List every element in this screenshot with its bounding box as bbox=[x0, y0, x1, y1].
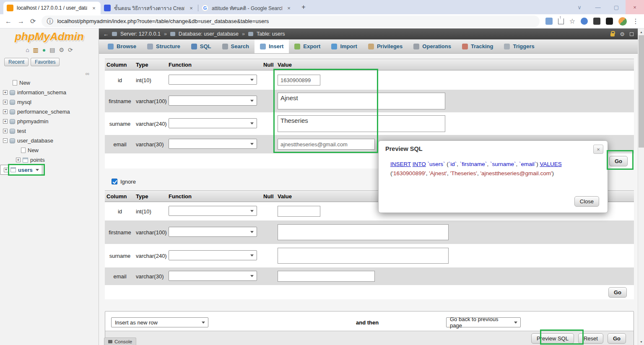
tree-item-performance-schema[interactable]: + performance_schema bbox=[0, 107, 99, 117]
collapse-sidebar-icon[interactable]: ← bbox=[103, 31, 109, 37]
tree-item-phpmyadmin[interactable]: + phpmyadmin bbox=[0, 117, 99, 126]
share-icon[interactable] bbox=[558, 18, 564, 24]
console-toggle[interactable]: Console bbox=[104, 337, 136, 345]
email-value-input[interactable] bbox=[278, 139, 375, 150]
tab-insert[interactable]: Insert bbox=[254, 39, 289, 53]
tab-operations[interactable]: Operations bbox=[408, 39, 457, 53]
tab-browse[interactable]: Browse bbox=[102, 39, 142, 53]
tab-tracking[interactable]: Tracking bbox=[457, 39, 499, 53]
tab-export[interactable]: Export bbox=[289, 39, 326, 53]
tree-item-points[interactable]: + points bbox=[0, 155, 99, 165]
browser-menu-icon[interactable]: ⋮ bbox=[632, 18, 639, 25]
function-select[interactable] bbox=[169, 206, 257, 216]
function-select[interactable] bbox=[169, 271, 257, 281]
tree-item-user-database[interactable]: − user_database bbox=[0, 136, 99, 145]
docs-icon[interactable]: ▤ bbox=[49, 47, 55, 53]
tab-sql[interactable]: SQL bbox=[186, 39, 217, 53]
breadcrumb-database[interactable]: Database: user_database bbox=[179, 31, 239, 37]
collapse-icon[interactable]: − bbox=[3, 138, 8, 143]
function-select[interactable] bbox=[169, 75, 257, 85]
tree-item-mysql[interactable]: + mysql bbox=[0, 97, 99, 107]
function-select[interactable] bbox=[169, 227, 257, 237]
home-icon[interactable]: ⌂ bbox=[26, 47, 29, 53]
tree-item-test[interactable]: + test bbox=[0, 126, 99, 136]
tree-item-users[interactable]: + users bbox=[0, 165, 42, 175]
settings-icon[interactable]: ⚙ bbox=[59, 47, 65, 53]
tab-close-icon[interactable]: × bbox=[286, 5, 292, 11]
tree-item-new-table[interactable]: New bbox=[0, 145, 99, 155]
new-tab-button[interactable]: + bbox=[298, 2, 309, 13]
browser-tab-create-table[interactable]: ขั้นตอน วิธีการสร้างตาราง Create Tab × bbox=[101, 2, 198, 14]
profile-avatar[interactable] bbox=[618, 17, 627, 26]
expand-icon[interactable]: + bbox=[4, 168, 8, 172]
tree-item-information-schema[interactable]: + information_schema bbox=[0, 88, 99, 97]
id-value-input-2[interactable] bbox=[278, 206, 320, 217]
phpmyadmin-logo[interactable]: phpMyAdmin bbox=[0, 30, 99, 43]
extensions-puzzle-icon[interactable] bbox=[606, 18, 613, 25]
firstname-value-textarea[interactable]: Ajnest bbox=[278, 93, 445, 109]
expand-icon[interactable]: + bbox=[3, 109, 8, 114]
firstname-value-textarea-2[interactable] bbox=[278, 224, 449, 240]
scrollbar-thumb[interactable] bbox=[639, 35, 644, 148]
email-value-input-2[interactable] bbox=[278, 271, 375, 282]
dialog-close-button[interactable]: Close bbox=[574, 196, 599, 207]
tab-search-chevron-icon[interactable]: ∨ bbox=[570, 0, 589, 14]
bookmark-star-icon[interactable]: ☆ bbox=[569, 18, 575, 25]
surname-value-textarea[interactable]: Theseries bbox=[278, 115, 445, 132]
dialog-close-icon[interactable]: × bbox=[593, 145, 603, 154]
tab-close-icon[interactable]: × bbox=[188, 5, 195, 11]
expand-icon[interactable]: + bbox=[3, 129, 8, 133]
insert-mode-select[interactable]: Insert as new row bbox=[111, 317, 208, 327]
go-button-2[interactable]: Go bbox=[608, 287, 627, 298]
surname-value-textarea-2[interactable] bbox=[278, 248, 449, 264]
tab-privileges[interactable]: Privileges bbox=[363, 39, 408, 53]
recent-dropdown[interactable]: Recent bbox=[4, 58, 29, 66]
favorites-dropdown[interactable]: Favorites bbox=[31, 58, 60, 66]
browser-tab-phpmyadmin[interactable]: localhost / 127.0.0.1 / user_datab × bbox=[3, 2, 101, 14]
id-value-input[interactable] bbox=[278, 75, 320, 86]
expand-window-icon[interactable] bbox=[630, 32, 634, 36]
function-select[interactable] bbox=[169, 139, 257, 149]
after-insert-select[interactable]: Go back to previous page bbox=[446, 317, 521, 327]
extension-icon-3[interactable] bbox=[593, 18, 600, 25]
maximize-icon[interactable]: ▢ bbox=[607, 0, 626, 14]
function-select[interactable] bbox=[169, 96, 257, 106]
reload-icon[interactable]: ⟳ bbox=[30, 18, 36, 25]
scroll-up-icon[interactable]: ▲ bbox=[638, 29, 644, 35]
sync-link-icon[interactable]: ∞ bbox=[86, 70, 89, 77]
expand-icon[interactable]: + bbox=[3, 90, 8, 95]
function-select[interactable] bbox=[169, 250, 257, 260]
site-info-icon[interactable]: ⓘ bbox=[47, 18, 53, 25]
tab-import[interactable]: Import bbox=[326, 39, 362, 53]
tab-triggers[interactable]: Triggers bbox=[499, 39, 540, 53]
reload-nav-icon[interactable]: ⟳ bbox=[68, 47, 73, 53]
tree-item-new-database[interactable]: New bbox=[0, 78, 99, 88]
submit-go-button[interactable]: Go bbox=[608, 333, 626, 344]
function-select[interactable] bbox=[169, 118, 257, 128]
tab-structure[interactable]: Structure bbox=[142, 39, 186, 53]
window-close-icon[interactable]: × bbox=[626, 0, 644, 14]
expand-icon[interactable]: + bbox=[16, 158, 21, 162]
help-icon[interactable]: ● bbox=[42, 47, 46, 53]
tab-search[interactable]: Search bbox=[217, 39, 254, 53]
breadcrumb-table[interactable]: Table: users bbox=[257, 31, 285, 37]
ignore-checkbox[interactable] bbox=[112, 179, 117, 184]
go-button[interactable]: Go bbox=[609, 156, 628, 166]
tab-close-icon[interactable]: × bbox=[91, 5, 97, 11]
page-settings-icon[interactable]: ⚙ bbox=[620, 31, 625, 37]
breadcrumb-server[interactable]: Server: 127.0.0.1 bbox=[120, 31, 161, 37]
expand-icon[interactable]: + bbox=[3, 119, 8, 124]
scroll-down-icon[interactable]: ▼ bbox=[638, 338, 644, 345]
extension-icon[interactable] bbox=[545, 18, 553, 25]
preview-sql-button[interactable]: Preview SQL bbox=[531, 333, 574, 344]
minimize-icon[interactable]: — bbox=[589, 0, 607, 14]
forward-icon[interactable]: → bbox=[18, 18, 24, 25]
page-scrollbar[interactable]: ▲ ▼ bbox=[638, 29, 644, 345]
expand-icon[interactable]: + bbox=[3, 100, 8, 104]
url-bar[interactable]: ⓘ localhost/phpmyadmin/index.php?route=/… bbox=[42, 16, 539, 27]
logout-icon[interactable]: ▥ bbox=[33, 47, 39, 53]
browser-tab-google-search[interactable]: G attitude ทัศนคติ - Google Search × bbox=[198, 2, 296, 14]
back-icon[interactable]: ← bbox=[5, 18, 12, 25]
reset-button[interactable]: Reset bbox=[578, 333, 603, 344]
extension-icon-2[interactable] bbox=[581, 18, 588, 25]
